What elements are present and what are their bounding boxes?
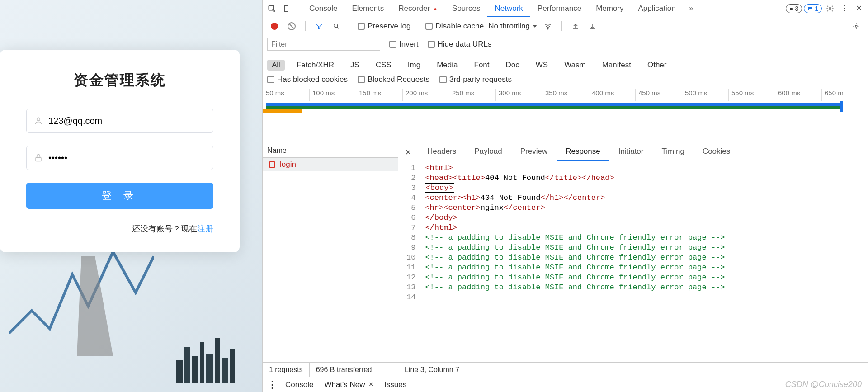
clear-button[interactable] (285, 20, 298, 33)
timeline-bar-green (266, 106, 841, 109)
blocked-cookies-checkbox[interactable]: Has blocked cookies (267, 75, 348, 84)
user-icon (34, 116, 43, 125)
filter-icon[interactable] (313, 20, 326, 33)
password-field[interactable] (48, 153, 206, 163)
errors-badge[interactable]: ● 3 (786, 4, 802, 13)
svg-rect-1 (176, 360, 183, 383)
svg-rect-12 (284, 5, 288, 12)
type-pill-wasm[interactable]: Wasm (560, 60, 590, 71)
type-pill-fetch-xhr[interactable]: Fetch/XHR (292, 60, 339, 71)
request-row[interactable]: login (263, 158, 398, 171)
detail-tab-timing[interactable]: Timing (652, 143, 693, 161)
login-title: 资金管理系统 (26, 71, 213, 90)
svg-rect-7 (222, 358, 228, 383)
detail-tab-initiator[interactable]: Initiator (609, 143, 653, 161)
email-field[interactable] (48, 116, 206, 126)
issues-badge[interactable]: 1 (804, 4, 822, 13)
devtools-tab-performance[interactable]: Performance (530, 0, 589, 17)
detail-tab-payload[interactable]: Payload (465, 143, 511, 161)
record-button[interactable] (268, 20, 281, 33)
register-link[interactable]: 注册 (197, 224, 213, 233)
preserve-log-checkbox[interactable]: Preserve log (358, 22, 410, 31)
devtools-tab-memory[interactable]: Memory (589, 0, 631, 17)
close-detail-icon[interactable]: × (403, 146, 414, 158)
throttling-select[interactable]: No throttling (488, 22, 537, 31)
device-icon[interactable] (280, 2, 292, 15)
devtools-tab-sources[interactable]: Sources (445, 0, 487, 17)
skyline-decor (176, 333, 244, 383)
svg-rect-4 (200, 342, 204, 383)
request-list-header[interactable]: Name (263, 143, 398, 158)
timeline-tick: 150 ms (356, 89, 402, 101)
hide-data-urls-checkbox[interactable]: Hide data URLs (428, 40, 492, 49)
lock-icon (34, 153, 43, 162)
request-error-icon (269, 161, 275, 168)
svg-point-14 (334, 24, 338, 27)
network-timeline[interactable]: 50 ms100 ms150 ms200 ms250 ms300 ms350 m… (263, 89, 868, 143)
type-pill-manifest[interactable]: Manifest (598, 60, 636, 71)
timeline-tick: 250 ms (449, 89, 495, 101)
drawer-tab-issues[interactable]: Issues (384, 380, 406, 389)
type-pill-ws[interactable]: WS (531, 60, 552, 71)
drawer-tab-console[interactable]: Console (285, 380, 313, 389)
timeline-tick: 550 ms (728, 89, 775, 101)
email-input-wrap[interactable] (26, 109, 213, 133)
devtools: ConsoleElementsRecorder▲SourcesNetworkPe… (262, 0, 868, 392)
type-pill-img[interactable]: Img (403, 60, 425, 71)
type-pill-doc[interactable]: Doc (501, 60, 524, 71)
status-bar: 1 requests696 B transferred Line 3, Colu… (263, 362, 868, 377)
timeline-tick: 100 ms (309, 89, 356, 101)
inspect-icon[interactable] (265, 2, 278, 15)
close-devtools-icon[interactable]: ✕ (853, 2, 865, 15)
devtools-tab-elements[interactable]: Elements (344, 0, 391, 17)
download-icon[interactable] (586, 20, 599, 33)
kebab-icon[interactable]: ⋮ (838, 2, 851, 15)
type-pill-css[interactable]: CSS (371, 60, 396, 71)
svg-rect-2 (184, 347, 190, 383)
response-body[interactable]: 1234567891011121314 <html><head><title>4… (398, 161, 868, 362)
close-drawer-tab-icon[interactable]: × (369, 380, 374, 389)
invert-checkbox[interactable]: Invert (389, 40, 419, 49)
drawer-tab-what-s-new[interactable]: What's New× (324, 380, 373, 389)
svg-point-9 (37, 118, 40, 121)
svg-marker-0 (77, 256, 113, 356)
timeline-tick: 400 ms (589, 89, 635, 101)
wifi-icon[interactable] (542, 20, 554, 33)
detail-tab-cookies[interactable]: Cookies (693, 143, 739, 161)
gear-icon[interactable] (824, 2, 836, 15)
detail-tab-headers[interactable]: Headers (418, 143, 465, 161)
more-tabs-icon[interactable]: » (685, 2, 698, 15)
timeline-tick: 650 m (821, 89, 868, 101)
svg-rect-5 (206, 354, 213, 383)
devtools-tab-application[interactable]: Application (631, 0, 683, 17)
filter-toolbar: Invert Hide data URLs AllFetch/XHRJSCSSI… (263, 35, 868, 73)
upload-icon[interactable] (569, 20, 582, 33)
devtools-tab-console[interactable]: Console (302, 0, 344, 17)
filter-input[interactable] (267, 38, 380, 51)
type-pill-js[interactable]: JS (346, 60, 364, 71)
detail-tab-preview[interactable]: Preview (511, 143, 557, 161)
timeline-bar-blue (266, 103, 841, 106)
timeline-tick: 450 ms (635, 89, 682, 101)
blocked-requests-checkbox[interactable]: Blocked Requests (358, 75, 429, 84)
drawer-kebab-icon[interactable]: ⋮ (267, 379, 276, 391)
gear-icon-small[interactable] (850, 20, 863, 33)
search-icon[interactable] (330, 20, 343, 33)
detail-tab-response[interactable]: Response (557, 143, 609, 161)
type-pill-media[interactable]: Media (432, 60, 462, 71)
third-party-checkbox[interactable]: 3rd-party requests (439, 75, 512, 84)
timeline-bar-orange (263, 109, 302, 113)
type-pills: AllFetch/XHRJSCSSImgMediaFontDocWSWasmMa… (267, 60, 671, 71)
watermark: CSDN @Concise200 (785, 380, 862, 389)
login-button[interactable]: 登 录 (26, 183, 213, 209)
type-pill-other[interactable]: Other (643, 60, 671, 71)
devtools-tab-network[interactable]: Network (487, 0, 530, 17)
status-item: 696 B transferred (310, 363, 379, 377)
svg-point-16 (855, 25, 857, 27)
type-pill-font[interactable]: Font (470, 60, 494, 71)
type-pill-all[interactable]: All (267, 60, 285, 71)
register-prompt: 还没有账号？现在 (132, 224, 197, 233)
devtools-tab-recorder[interactable]: Recorder▲ (391, 0, 445, 17)
disable-cache-checkbox[interactable]: Disable cache (425, 22, 484, 31)
password-input-wrap[interactable] (26, 146, 213, 170)
